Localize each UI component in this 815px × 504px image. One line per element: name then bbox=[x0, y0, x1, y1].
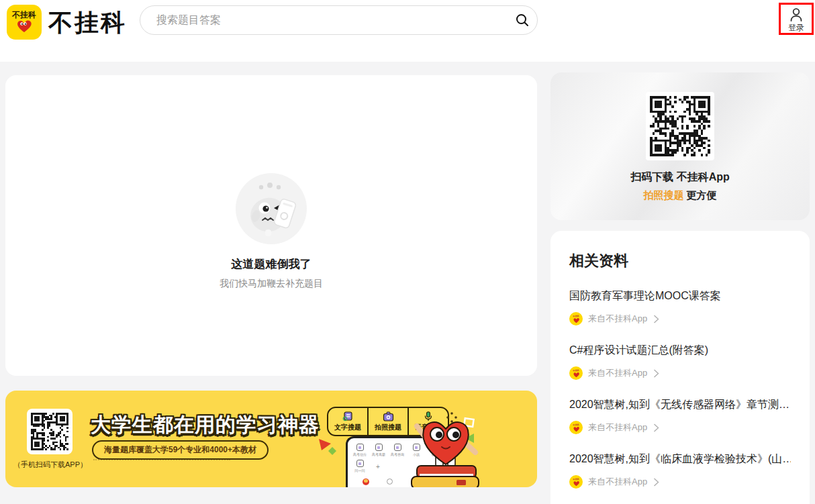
search-input[interactable] bbox=[140, 14, 508, 26]
qr-code bbox=[31, 413, 68, 450]
empty-state-card: 这道题难倒我了 我们快马加鞭去补充题目 bbox=[5, 75, 537, 376]
chevron-right-icon bbox=[653, 315, 659, 323]
search-icon[interactable] bbox=[508, 5, 537, 35]
promo-banner: （手机扫码下载APP） 大学生都在用的学习神器 海量题库覆盖大学59个专业和40… bbox=[5, 391, 537, 487]
header: 不挂科 不挂科 登录 bbox=[0, 0, 815, 62]
login-button[interactable]: 登录 bbox=[779, 3, 814, 35]
feature-voice-search: 语音搜题 bbox=[408, 408, 448, 435]
phone-app-grid: 高考估分 高考真题 高考咨询 小说 教材 bbox=[353, 444, 444, 458]
login-label: 登录 bbox=[788, 23, 804, 32]
related-materials-title: 相关资料 bbox=[569, 251, 791, 271]
app-logo-icon[interactable]: 不挂科 bbox=[7, 5, 42, 40]
feature-photo-search: 拍照搜题 bbox=[367, 408, 408, 435]
app-wordmark[interactable]: 不挂科 bbox=[48, 7, 127, 40]
left-column: 这道题难倒我了 我们快马加鞭去补充题目 （手机扫码下载APP） 大学生都在用的学… bbox=[5, 75, 537, 504]
phone-add-icon: + bbox=[376, 463, 380, 470]
banner-subtitle-pill: 海量题库覆盖大学59个专业和4000+本教材 bbox=[92, 440, 269, 460]
main-content: 这道题难倒我了 我们快马加鞭去补充题目 （手机扫码下载APP） 大学生都在用的学… bbox=[0, 62, 815, 504]
banner-title: 大学生都在用的学习神器 bbox=[91, 411, 320, 439]
empty-state-mascot-illustration bbox=[236, 173, 307, 244]
chevron-right-icon bbox=[653, 423, 659, 432]
feature-text-search: 文字搜题 bbox=[328, 408, 367, 435]
right-column: 扫码下载 不挂科App 拍照搜题 更方便 相关资料 国防教育军事理论MOOC课答… bbox=[550, 72, 810, 504]
banner-qr-caption: （手机扫码下载APP） bbox=[8, 460, 93, 470]
qr-card-highlight: 拍照搜题 bbox=[643, 189, 683, 201]
search-bar bbox=[140, 5, 538, 35]
empty-state-subtitle: 我们快马加鞭去补充题目 bbox=[220, 278, 323, 290]
related-item[interactable]: C#程序设计试题汇总(附答案) 不挂科 来自不挂科App bbox=[569, 344, 791, 380]
related-item[interactable]: 2020智慧树,知到《无线传感器网络》章节测… 不挂科 来自不挂科App bbox=[569, 398, 791, 434]
related-materials-card: 相关资料 国防教育军事理论MOOC课答案 不挂科 来自不挂科App C#程序设计… bbox=[550, 231, 810, 504]
text-search-icon bbox=[342, 411, 353, 421]
related-item[interactable]: 2020智慧树,知到《临床血液学检验技术》(山… 不挂科 来自不挂科App bbox=[569, 452, 791, 489]
qr-code bbox=[650, 96, 710, 156]
logo-badge-text: 不挂科 bbox=[12, 11, 36, 19]
chevron-right-icon bbox=[653, 369, 659, 378]
related-item[interactable]: 国防教育军事理论MOOC课答案 不挂科 来自不挂科App bbox=[569, 289, 791, 325]
app-mini-logo-icon: 不挂科 bbox=[569, 421, 583, 434]
user-icon bbox=[788, 7, 804, 23]
sidebar-qr-box bbox=[646, 92, 714, 160]
phone-clock-dot bbox=[387, 478, 393, 485]
camera-search-icon bbox=[383, 411, 394, 421]
phone-logo-dot bbox=[363, 478, 369, 485]
feature-bubble: 文字搜题 拍照搜题 语音搜题 bbox=[327, 407, 449, 436]
app-mini-logo-icon: 不挂科 bbox=[569, 366, 583, 380]
qr-card-line2: 拍照搜题 更方便 bbox=[643, 189, 716, 202]
qr-card-line1: 扫码下载 不挂科App bbox=[630, 170, 730, 185]
app-mini-logo-icon: 不挂科 bbox=[569, 475, 583, 489]
voice-search-icon bbox=[424, 411, 432, 421]
phone-mockup: 高考估分 高考真题 高考咨询 小说 教材 问一问 + bbox=[346, 436, 448, 487]
empty-state-title: 这道题难倒我了 bbox=[232, 256, 311, 272]
app-mini-logo-icon: 不挂科 bbox=[569, 312, 583, 325]
banner-dotted-line bbox=[93, 459, 230, 460]
download-qr-card: 扫码下载 不挂科App 拍照搜题 更方便 bbox=[550, 72, 810, 220]
banner-qr-box bbox=[27, 409, 73, 454]
chevron-right-icon bbox=[653, 478, 659, 487]
heart-logo-icon bbox=[15, 19, 33, 34]
